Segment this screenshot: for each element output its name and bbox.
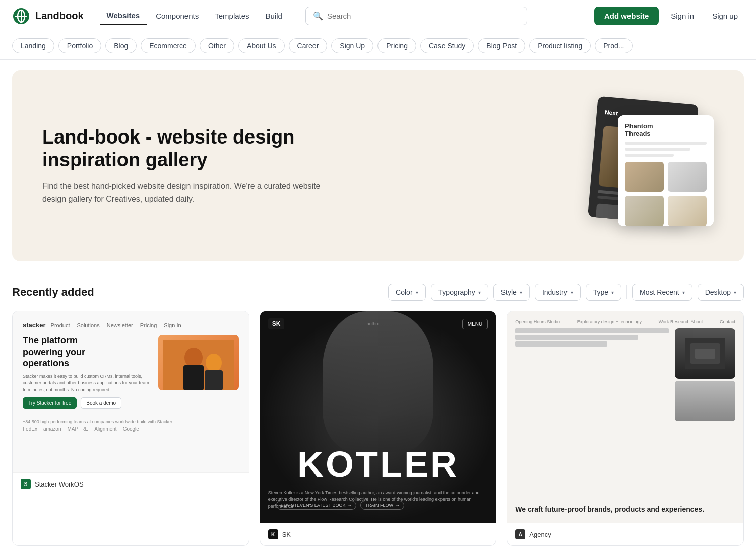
- filter-industry[interactable]: Industry ▾: [535, 284, 581, 301]
- stacker-cta-btn[interactable]: Try Stacker for free: [23, 397, 77, 409]
- mock-front-grid: [625, 162, 707, 226]
- stacker-people-svg: [163, 340, 234, 390]
- agency-nav4: Contact: [720, 319, 735, 324]
- signup-button[interactable]: Sign up: [706, 8, 744, 24]
- cat-ecommerce[interactable]: Ecommerce: [141, 38, 196, 53]
- search-bar[interactable]: 🔍: [305, 7, 527, 25]
- mock-front-thumb2: [668, 162, 707, 192]
- nav-build[interactable]: Build: [259, 8, 289, 24]
- stacker-photo: [158, 335, 239, 390]
- filter-desktop[interactable]: Desktop ▾: [698, 284, 744, 301]
- filter-color-label: Color: [396, 288, 412, 296]
- card-stacker[interactable]: stacker Product Solutions Newsletter Pri…: [12, 311, 249, 546]
- cat-portfolio[interactable]: Portfolio: [58, 38, 101, 53]
- cat-pricing[interactable]: Pricing: [377, 38, 416, 53]
- svg-rect-11: [695, 349, 715, 359]
- card-kotler[interactable]: SK author MENU KOTLER Steven Kotler is a…: [260, 311, 497, 546]
- stacker-stats-label: +84,500 high-performing teams at compani…: [23, 419, 239, 424]
- cat-signup[interactable]: Sign Up: [331, 38, 373, 53]
- chevron-down-icon: ▾: [416, 290, 418, 295]
- kotler-site-name: SK: [282, 531, 291, 538]
- cat-career[interactable]: Career: [289, 38, 328, 53]
- logo[interactable]: Landbook: [12, 7, 84, 25]
- svg-point-5: [184, 348, 203, 368]
- stacker-demo-btn[interactable]: Book a demo: [81, 397, 121, 409]
- kotler-description: Steven Kotler is a New York Times-bestse…: [268, 490, 488, 513]
- filter-color[interactable]: Color ▾: [388, 284, 425, 301]
- kotler-sk-badge: SK: [268, 318, 285, 329]
- search-input[interactable]: [327, 12, 520, 20]
- kotler-content: SK author MENU KOTLER Steven Kotler is a…: [260, 311, 496, 523]
- chevron-down-icon: ▾: [682, 290, 685, 295]
- stacker-site-name: Stacker WorkOS: [35, 480, 84, 488]
- mock-back-logo: Next: [604, 109, 618, 117]
- stacker-logos-row: FedEx amazon MAPFRE Alignment Google: [23, 426, 239, 432]
- logo-icon: [12, 7, 30, 25]
- kotler-name-text: KOTLER: [260, 446, 496, 482]
- logo-mapfre: MAPFRE: [67, 426, 88, 432]
- agency-nav3: Work Research About: [659, 319, 703, 324]
- cat-blog[interactable]: Blog: [105, 38, 137, 53]
- cat-more[interactable]: Prod...: [595, 38, 633, 53]
- cat-blog-post[interactable]: Blog Post: [478, 38, 525, 53]
- header: Landbook Websites Components Templates B…: [0, 0, 756, 32]
- stacker-header: stacker Product Solutions Newsletter Pri…: [23, 321, 239, 329]
- agency-nav2: Exploratory design + technology: [577, 319, 642, 324]
- kotler-book-icon: →: [347, 503, 352, 508]
- kotler-favicon: K: [268, 529, 278, 539]
- agency-right: [675, 328, 735, 495]
- kotler-flow-label: TRAIN FLOW: [365, 503, 393, 508]
- agency-line3: [515, 341, 607, 347]
- hero-text-content: Land-book - website design inspiration g…: [42, 126, 345, 205]
- kotler-book-btn[interactable]: BUY STEVEN'S LATEST BOOK →: [276, 501, 357, 510]
- agency-line2: [515, 335, 638, 340]
- filter-industry-label: Industry: [542, 288, 568, 296]
- logo-google: Google: [123, 426, 139, 432]
- filter-most-recent[interactable]: Most Recent ▾: [632, 284, 692, 301]
- agency-line1: [515, 328, 669, 333]
- nav-components[interactable]: Components: [149, 8, 206, 24]
- agency-img-svg: [685, 338, 725, 369]
- signin-button[interactable]: Sign in: [665, 8, 700, 24]
- filter-typography-label: Typography: [438, 288, 475, 296]
- stacker-nav-item1: Product: [51, 322, 70, 328]
- kotler-card-info: K SK: [260, 523, 496, 545]
- logo-text: Landbook: [35, 10, 84, 22]
- agency-card-info: A Agency: [507, 523, 743, 545]
- stacker-nav-item2: Solutions: [77, 322, 99, 328]
- filter-typography[interactable]: Typography ▾: [431, 284, 488, 301]
- kotler-menu-btn[interactable]: MENU: [462, 319, 488, 329]
- filter-separator: [626, 285, 627, 299]
- cat-other[interactable]: Other: [200, 38, 234, 53]
- svg-rect-8: [205, 370, 223, 390]
- cat-landing[interactable]: Landing: [12, 38, 54, 53]
- agency-nav: Opening Hours Studio Exploratory design …: [515, 319, 735, 324]
- add-website-button[interactable]: Add website: [594, 7, 659, 25]
- stacker-content: stacker Product Solutions Newsletter Pri…: [13, 311, 249, 472]
- agency-main-image: [675, 328, 735, 379]
- nav-templates[interactable]: Templates: [208, 8, 256, 24]
- cat-about-us[interactable]: About Us: [238, 38, 285, 53]
- mock-front-line2: [625, 148, 690, 151]
- kotler-favicon-text: K: [271, 532, 275, 537]
- kotler-flow-btn[interactable]: TRAIN FLOW →: [360, 501, 404, 510]
- cat-product-listing[interactable]: Product listing: [529, 38, 591, 53]
- kotler-links: author: [367, 321, 380, 326]
- filter-desktop-label: Desktop: [705, 288, 731, 296]
- nav-websites[interactable]: Websites: [100, 7, 147, 25]
- mock-front-thumb3: [625, 196, 664, 226]
- stacker-nav-item3: Newsletter: [107, 322, 133, 328]
- filter-type[interactable]: Type ▾: [586, 284, 621, 301]
- filter-style[interactable]: Style ▾: [493, 284, 530, 301]
- agency-title-lines: [515, 328, 669, 347]
- logo-fedex: FedEx: [23, 426, 37, 432]
- cat-case-study[interactable]: Case Study: [420, 38, 474, 53]
- mock-front-header-text: PhantomThreads: [625, 122, 707, 137]
- stacker-favicon-text: S: [24, 481, 28, 487]
- mock-front-line3: [625, 154, 674, 157]
- agency-nav1: Opening Hours Studio: [515, 319, 560, 324]
- logo-alignment: Alignment: [94, 426, 116, 432]
- card-agency[interactable]: Opening Hours Studio Exploratory design …: [507, 311, 744, 546]
- mock-front-line1: [625, 142, 707, 145]
- agency-favicon-text: A: [519, 532, 522, 537]
